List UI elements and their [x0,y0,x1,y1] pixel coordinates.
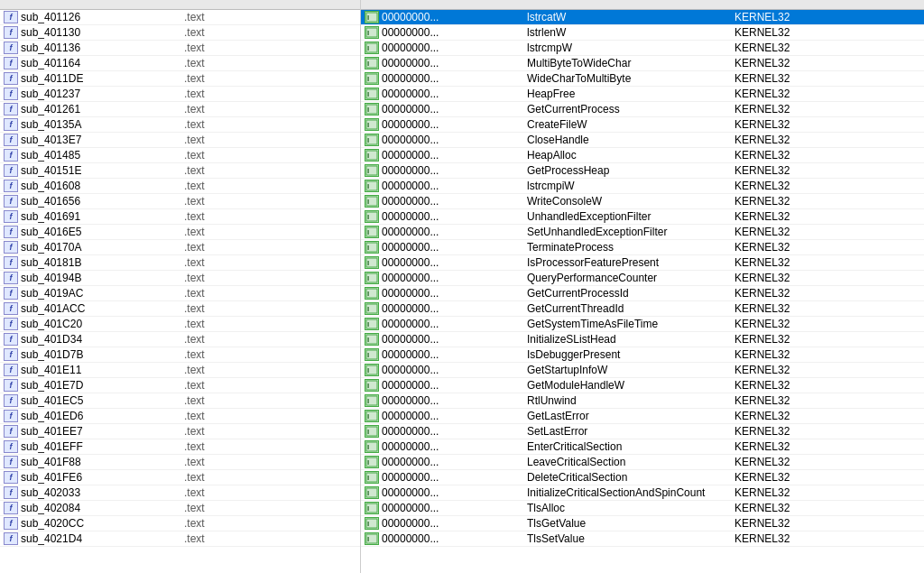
right-table-row[interactable]: I00000000...TerminateProcessKERNEL32 [361,240,924,255]
right-table-row[interactable]: I00000000...lstrcmpiWKERNEL32 [361,179,924,194]
right-table-row[interactable]: I00000000...GetCurrentThreadIdKERNEL32 [361,301,924,317]
right-table-row[interactable]: I00000000...IsDebuggerPresentKERNEL32 [361,347,924,363]
right-table-row[interactable]: I00000000...GetModuleHandleWKERNEL32 [361,378,924,393]
address-text: 00000000... [382,210,439,223]
right-table-row[interactable]: I00000000...SetUnhandledExceptionFilterK… [361,225,924,240]
left-table-row[interactable]: fsub_401EC5.text [0,393,360,409]
left-table-row[interactable]: fsub_401E7D.text [0,378,360,393]
right-table-row[interactable]: I00000000...HeapFreeKERNEL32 [361,87,924,102]
right-table-row[interactable]: I00000000...EnterCriticalSectionKERNEL32 [361,439,924,455]
function-icon: f [4,410,18,422]
svg-text:I: I [367,397,369,405]
right-table-row[interactable]: I00000000...SetLastErrorKERNEL32 [361,424,924,439]
left-table-row[interactable]: fsub_40181B.text [0,255,360,271]
library-cell: KERNEL32 [731,71,924,86]
left-table-row[interactable]: fsub_401126.text [0,10,360,25]
left-table-row[interactable]: fsub_4021D4.text [0,531,360,547]
address-cell: I00000000... [361,439,460,454]
left-table-row[interactable]: fsub_401261.text [0,102,360,117]
left-table-row[interactable]: fsub_401136.text [0,41,360,56]
right-table-row[interactable]: I00000000...LeaveCriticalSectionKERNEL32 [361,455,924,470]
left-table-row[interactable]: fsub_402033.text [0,485,360,501]
right-table-row[interactable]: I00000000...DeleteCriticalSectionKERNEL3… [361,470,924,485]
ordinal-cell [460,308,523,310]
right-table-row[interactable]: I00000000...GetLastErrorKERNEL32 [361,409,924,424]
right-table-row[interactable]: I00000000...lstrlenWKERNEL32 [361,25,924,41]
left-table-row[interactable]: fsub_4013E7.text [0,133,360,148]
right-table-row[interactable]: I00000000...GetCurrentProcessKERNEL32 [361,102,924,117]
library-cell: KERNEL32 [731,531,924,546]
right-table-row[interactable]: I00000000...UnhandledExceptionFilterKERN… [361,209,924,225]
right-table-row[interactable]: I00000000...WriteConsoleWKERNEL32 [361,194,924,209]
left-table-row[interactable]: fsub_401237.text [0,87,360,102]
function-name-cell: fsub_401130 [0,25,180,40]
function-icon: f [4,57,18,69]
function-name: sub_401FE6 [21,471,82,484]
left-table-row[interactable]: fsub_401130.text [0,25,360,41]
left-table-row[interactable]: fsub_401D34.text [0,332,360,347]
left-table-row[interactable]: fsub_401F88.text [0,455,360,470]
right-table-row[interactable]: I00000000...WideCharToMultiByteKERNEL32 [361,71,924,87]
left-table-row[interactable]: fsub_401485.text [0,148,360,163]
right-table-row[interactable]: I00000000...IsProcessorFeaturePresentKER… [361,255,924,271]
left-table-row[interactable]: fsub_401ACC.text [0,301,360,317]
left-table-row[interactable]: fsub_4011DE.text [0,71,360,87]
library-cell: KERNEL32 [731,271,924,285]
right-table-row[interactable]: I00000000...GetProcessHeapKERNEL32 [361,163,924,179]
function-name: sub_401237 [21,88,80,100]
right-table-row[interactable]: I00000000...RtlUnwindKERNEL32 [361,393,924,409]
left-table-row[interactable]: fsub_4019AC.text [0,286,360,301]
left-table-row[interactable]: fsub_401FE6.text [0,470,360,485]
left-table-row[interactable]: fsub_401656.text [0,194,360,209]
function-icon: f [4,456,18,468]
import-icon: I [365,394,379,407]
segment-cell: .text [180,148,289,162]
function-icon: f [4,532,18,545]
right-table-row[interactable]: I00000000...MultiByteToWideCharKERNEL32 [361,56,924,71]
right-table-row[interactable]: I00000000...HeapAllocKERNEL32 [361,148,924,163]
left-table-row[interactable]: fsub_4016E5.text [0,225,360,240]
right-table-row[interactable]: I00000000...GetStartupInfoWKERNEL32 [361,363,924,378]
right-table-body[interactable]: I00000000...lstrcatWKERNEL32I00000000...… [361,10,924,573]
right-table-row[interactable]: I00000000...GetCurrentProcessIdKERNEL32 [361,286,924,301]
function-name-cell: fsub_401261 [0,102,180,116]
right-table-row[interactable]: I00000000...CreateFileWKERNEL32 [361,117,924,133]
left-table-row[interactable]: fsub_401E11.text [0,363,360,378]
right-table-row[interactable]: I00000000...CloseHandleKERNEL32 [361,133,924,148]
left-table-row[interactable]: fsub_401C20.text [0,317,360,332]
right-table-row[interactable]: I00000000...TlsSetValueKERNEL32 [361,531,924,547]
function-name-cell: fsub_401D34 [0,332,180,347]
name-cell: InitializeSListHead [523,332,731,347]
left-table-row[interactable]: fsub_40135A.text [0,117,360,133]
left-table-row[interactable]: fsub_401EE7.text [0,424,360,439]
right-table-row[interactable]: I00000000...TlsGetValueKERNEL32 [361,516,924,531]
address-cell: I00000000... [361,240,460,254]
right-table-row[interactable]: I00000000...QueryPerformanceCounterKERNE… [361,271,924,286]
left-table-row[interactable]: fsub_40170A.text [0,240,360,255]
right-table-row[interactable]: I00000000...TlsAllocKERNEL32 [361,501,924,516]
right-table-row[interactable]: I00000000...lstrcmpWKERNEL32 [361,41,924,56]
address-text: 00000000... [382,103,439,116]
left-table-row[interactable]: fsub_401D7B.text [0,347,360,363]
left-table-row[interactable]: fsub_401691.text [0,209,360,225]
right-table-row[interactable]: I00000000...InitializeCriticalSectionAnd… [361,485,924,501]
right-table-row[interactable]: I00000000...lstrcatWKERNEL32 [361,10,924,25]
left-table-row[interactable]: fsub_402084.text [0,501,360,516]
left-table-row[interactable]: fsub_4020CC.text [0,516,360,531]
address-cell: I00000000... [361,424,460,439]
library-cell: KERNEL32 [731,194,924,208]
left-table-row[interactable]: fsub_40151E.text [0,163,360,179]
function-name-cell: fsub_401E7D [0,378,180,393]
left-table-row[interactable]: fsub_401EFF.text [0,439,360,455]
left-table-row[interactable]: fsub_401164.text [0,56,360,71]
function-name: sub_401F88 [21,456,81,468]
left-table-row[interactable]: fsub_40194B.text [0,271,360,286]
left-table-row[interactable]: fsub_401ED6.text [0,409,360,424]
function-name-cell: fsub_402084 [0,501,180,515]
library-cell: KERNEL32 [731,56,924,70]
right-table-row[interactable]: I00000000...GetSystemTimeAsFileTimeKERNE… [361,317,924,332]
left-table-row[interactable]: fsub_401608.text [0,179,360,194]
right-table-row[interactable]: I00000000...InitializeSListHeadKERNEL32 [361,332,924,347]
function-name: sub_401EC5 [21,394,83,407]
left-table-body[interactable]: fsub_401126.textfsub_401130.textfsub_401… [0,10,360,573]
